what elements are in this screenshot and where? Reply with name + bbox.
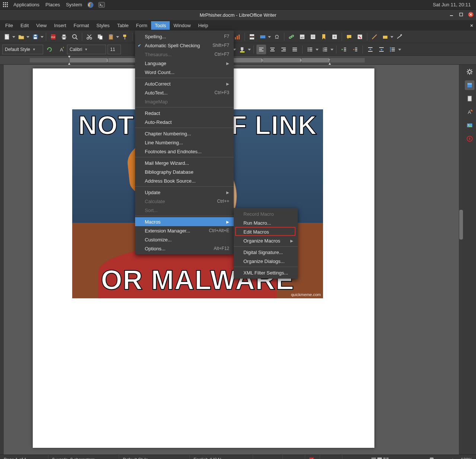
- paste-dropdown[interactable]: [116, 35, 119, 38]
- insert-page-break-icon[interactable]: [247, 32, 257, 42]
- status-zoom[interactable]: 130%: [456, 455, 476, 459]
- menu-item-mail-merge[interactable]: Mail Merge Wizard...: [135, 158, 234, 167]
- clone-formatting-icon[interactable]: [120, 32, 130, 42]
- highlight-color-icon[interactable]: [237, 45, 247, 54]
- cut-icon[interactable]: [84, 32, 94, 42]
- status-page-info[interactable]: Page 1 of 1: [0, 455, 48, 459]
- align-left-icon[interactable]: [256, 45, 266, 54]
- open-icon[interactable]: [16, 32, 26, 42]
- menu-item-spelling[interactable]: Spelling...F7: [135, 32, 234, 41]
- status-word-count[interactable]: 0 words, 0 characters: [48, 455, 119, 459]
- menu-item-language[interactable]: Language▶: [135, 59, 234, 68]
- terminal-icon[interactable]: [98, 1, 105, 8]
- menu-item-digital-signature[interactable]: Digital Signature...: [234, 248, 298, 257]
- menu-format[interactable]: Format: [70, 21, 93, 30]
- menu-item-bibliography[interactable]: Bibliography Database: [135, 167, 234, 176]
- bullet-list-dropdown[interactable]: [316, 48, 319, 51]
- menu-view[interactable]: View: [32, 21, 50, 30]
- menu-item-address-book[interactable]: Address Book Source...: [135, 176, 234, 185]
- menu-item-options[interactable]: Options...Alt+F12: [135, 244, 234, 253]
- menu-item-auto-redact[interactable]: Auto-Redact: [135, 118, 234, 126]
- line-spacing-icon[interactable]: [388, 45, 397, 54]
- insert-endnote-icon[interactable]: [308, 32, 318, 42]
- align-center-icon[interactable]: [268, 45, 277, 54]
- menu-item-run-macro[interactable]: Run Macro...: [234, 218, 298, 227]
- menu-form[interactable]: Form: [132, 21, 151, 30]
- status-language[interactable]: English (USA): [190, 455, 253, 459]
- firefox-icon[interactable]: [87, 1, 94, 8]
- menu-item-record-macro[interactable]: Record Macro: [234, 209, 298, 218]
- paragraph-style-selector[interactable]: Default Style▼: [2, 45, 43, 54]
- menu-item-organize-macros[interactable]: Organize Macros▶: [234, 236, 298, 245]
- line-spacing-dropdown[interactable]: [398, 48, 401, 51]
- insert-bookmark-icon[interactable]: [319, 32, 329, 42]
- update-style-icon[interactable]: [45, 45, 54, 54]
- menu-item-organize-dialogs[interactable]: Organize Dialogs...: [234, 257, 298, 266]
- vertical-scrollbar[interactable]: [459, 65, 463, 455]
- apps-grid-icon[interactable]: [3, 2, 8, 7]
- sidebar-page-icon[interactable]: [465, 94, 475, 103]
- new-style-icon[interactable]: A+: [56, 45, 66, 54]
- menu-item-thesaurus[interactable]: Thesaurus...Ctrl+F7: [135, 50, 234, 59]
- insert-field-icon[interactable]: [258, 32, 268, 42]
- new-dropdown[interactable]: [12, 35, 15, 38]
- status-insert-mode[interactable]: [253, 455, 283, 459]
- scroll-thumb[interactable]: [459, 210, 463, 240]
- menu-item-footnotes[interactable]: Footnotes and Endnotes...: [135, 147, 234, 156]
- menu-table[interactable]: Table: [113, 21, 132, 30]
- sidebar-properties-icon[interactable]: [465, 80, 475, 90]
- menu-item-calculate[interactable]: CalculateCtrl++: [135, 197, 234, 206]
- status-selection-mode[interactable]: [283, 455, 305, 459]
- zoom-out-button[interactable]: −: [394, 457, 399, 459]
- align-justify-icon[interactable]: [290, 45, 300, 54]
- status-style[interactable]: Default Style: [119, 455, 190, 459]
- clock[interactable]: Sat Jun 11, 20:11: [433, 2, 473, 7]
- save-dropdown[interactable]: [41, 35, 44, 38]
- open-dropdown[interactable]: [26, 35, 29, 38]
- align-right-icon[interactable]: [279, 45, 288, 54]
- print-icon[interactable]: [59, 32, 69, 42]
- decrease-indent-icon[interactable]: [350, 45, 360, 54]
- increase-indent-icon[interactable]: [339, 45, 349, 54]
- horizontal-ruler[interactable]: 123 4567: [0, 56, 476, 65]
- save-icon[interactable]: [31, 32, 40, 42]
- insert-chart-icon[interactable]: [233, 32, 242, 42]
- sidebar-settings-icon[interactable]: [465, 67, 475, 77]
- paste-icon[interactable]: [106, 32, 116, 42]
- menu-item-edit-macros[interactable]: Edit Macros: [234, 227, 298, 236]
- menu-help[interactable]: Help: [194, 21, 212, 30]
- menu-item-customize[interactable]: Customize...: [135, 235, 234, 244]
- menu-item-autocorrect[interactable]: AutoCorrect▶: [135, 79, 234, 88]
- insert-special-char-icon[interactable]: Ω: [272, 32, 282, 42]
- bullet-list-icon[interactable]: [305, 45, 315, 54]
- menu-insert[interactable]: Insert: [50, 21, 70, 30]
- menu-applications[interactable]: Applications: [10, 2, 42, 7]
- menu-edit[interactable]: Edit: [17, 21, 32, 30]
- print-preview-icon[interactable]: [70, 32, 80, 42]
- menu-window[interactable]: Window: [170, 21, 194, 30]
- status-view-layout[interactable]: [368, 455, 394, 459]
- track-changes-icon[interactable]: [355, 32, 365, 42]
- menu-file[interactable]: File: [1, 21, 17, 30]
- sidebar-gallery-icon[interactable]: [465, 121, 475, 130]
- show-draw-functions-icon[interactable]: [394, 32, 404, 42]
- menu-system[interactable]: System: [63, 2, 85, 7]
- copy-icon[interactable]: [95, 32, 105, 42]
- decrease-paragraph-spacing-icon[interactable]: [377, 45, 386, 54]
- shapes-dropdown[interactable]: [390, 35, 393, 38]
- insert-line-icon[interactable]: [370, 32, 379, 42]
- window-minimize-button[interactable]: [448, 12, 454, 17]
- highlight-dropdown[interactable]: [248, 48, 251, 51]
- insert-footnote-icon[interactable]: ab: [297, 32, 307, 42]
- menu-item-sort[interactable]: Sort...: [135, 206, 234, 215]
- numbered-list-icon[interactable]: 123: [320, 45, 330, 54]
- status-signature[interactable]: [320, 455, 342, 459]
- font-size-selector[interactable]: 11: [108, 45, 121, 54]
- menu-item-imagemap[interactable]: ImageMap: [135, 97, 234, 106]
- numbered-list-dropdown[interactable]: [330, 48, 333, 51]
- sidebar-styles-icon[interactable]: A: [465, 107, 475, 117]
- export-pdf-icon[interactable]: PDF: [48, 32, 58, 42]
- menu-item-word-count[interactable]: Word Count...: [135, 68, 234, 77]
- window-close-button[interactable]: [468, 12, 474, 17]
- status-doc-modified[interactable]: [305, 455, 320, 459]
